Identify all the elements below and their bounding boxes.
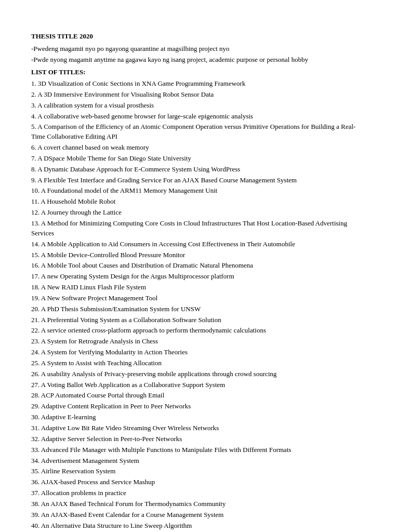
list-item: 21. A Preferential Voting System as a Co… (31, 315, 368, 325)
thesis-list: 1. 3D Visualization of Conic Sections in… (31, 79, 368, 532)
list-item: 25. A System to Assist with Teaching All… (31, 358, 368, 368)
list-item: 39. An AJAX-Based Event Calendar for a C… (31, 510, 368, 520)
list-item: 14. A Mobile Application to Aid Consumer… (31, 240, 368, 249)
list-item: 5. A Comparison of the Efficiency of an … (31, 122, 368, 142)
list-item: 13. A Method for Minimizing Computing Co… (31, 219, 368, 238)
list-item: 37. Allocation problems in practice (31, 488, 368, 498)
list-item: 30. Adaptive E-learning (31, 413, 368, 422)
list-item: 40. An Alternative Data Structure to Lin… (31, 521, 368, 531)
list-item: 11. A Household Mobile Robot (31, 197, 368, 207)
list-item: 6. A covert channel based on weak memory (31, 143, 368, 153)
list-item: 17. A new Operating System Design for th… (31, 272, 368, 282)
list-item: 38. An AJAX Based Technical Forum for Th… (31, 499, 368, 509)
list-item: 10. A Foundational model of the ARM11 Me… (31, 186, 368, 196)
list-item: 35. Airline Reservation System (31, 467, 368, 476)
list-item: 19. A New Software Project Management To… (31, 294, 368, 303)
list-item: 3. A calibration system for a visual pro… (31, 101, 368, 111)
list-item: 29. Adaptive Content Replication in Peer… (31, 402, 368, 411)
list-item: 4. A collaborative web-based genome brow… (31, 112, 368, 122)
intro-line-1: -Pwedeng magamit nyo po ngayong quaranti… (31, 44, 368, 54)
list-item: 18. A New RAID Linux Flash File System (31, 283, 368, 292)
list-item: 7. A DSpace Mobile Theme for San Diego S… (31, 154, 368, 164)
list-item: 9. A Flexible Test Interface and Grading… (31, 176, 368, 185)
list-item: 12. A Journey through the Lattice (31, 208, 368, 218)
list-item: 22. A service oriented cross-platform ap… (31, 326, 368, 336)
list-item: 20. A PhD Thesis Submission/Examination … (31, 304, 368, 314)
page-content: THESIS TITLE 2020 -Pwedeng magamit nyo p… (31, 31, 368, 532)
intro-line-2: -Pwde nyong magamit anytime na gagawa ka… (31, 55, 368, 65)
list-item: 24. A System for Verifying Modularity in… (31, 348, 368, 357)
list-item: 23. A System for Retrograde Analysis in … (31, 337, 368, 347)
list-item: 31. Adaptive Low Bit Rate Video Streamin… (31, 423, 368, 433)
list-item: 1. 3D Visualization of Conic Sections in… (31, 79, 368, 89)
list-item: 26. A usability Analysis of Privacy-pres… (31, 369, 368, 379)
list-header: LIST OF TITLES: (31, 67, 368, 77)
list-item: 32. Adaptive Server Selection in Peer-to… (31, 434, 368, 444)
list-item: 33. Advanced File Manager with Multiple … (31, 445, 368, 455)
list-item: 8. A Dynamic Database Approach for E-Com… (31, 165, 368, 175)
list-item: 36. AJAX-based Process and Service Mashu… (31, 477, 368, 487)
list-item: 27. A Voting Ballot Web Application as a… (31, 380, 368, 390)
list-item: 2. A 3D Immersive Environment for Visual… (31, 90, 368, 100)
list-item: 16. A Mobile Tool about Causes and Distr… (31, 261, 368, 271)
list-item: 15. A Mobile Device-Controlled Blood Pre… (31, 250, 368, 260)
page-title: THESIS TITLE 2020 (31, 31, 368, 42)
list-item: 28. ACP Automated Course Portal through … (31, 391, 368, 401)
list-item: 34. Advertisement Management System (31, 456, 368, 466)
